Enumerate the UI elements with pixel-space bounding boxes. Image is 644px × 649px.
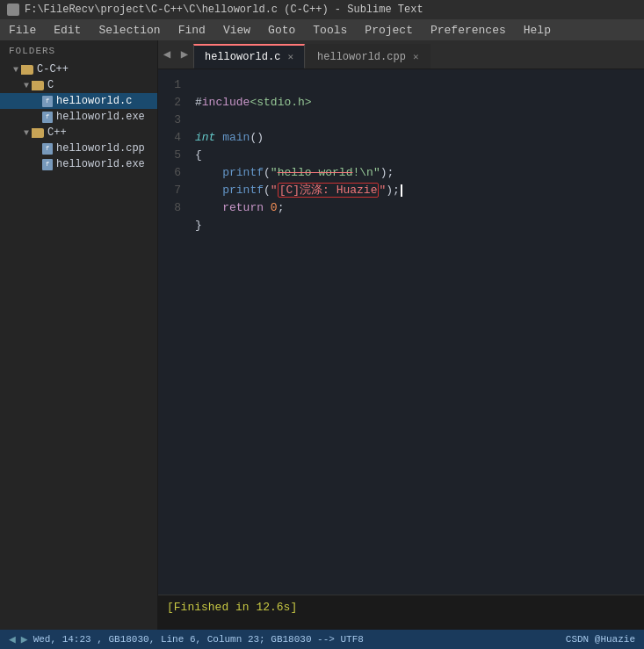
line-num-8: 8 bbox=[158, 199, 181, 217]
titlebar-text: F:\FileRecv\project\C-C++\C\helloworld.c… bbox=[25, 4, 423, 16]
tree-item-3[interactable]: fhelloworld.exe bbox=[0, 109, 157, 125]
tree-label-2: helloworld.c bbox=[56, 95, 132, 107]
tree-item-4[interactable]: ▼C++ bbox=[0, 125, 157, 141]
tree-label-0: C-C++ bbox=[37, 63, 69, 76]
menu-item-project[interactable]: Project bbox=[356, 19, 422, 40]
tree-arrow-0: ▼ bbox=[11, 65, 21, 75]
status-user: CSDN @Huazie bbox=[566, 634, 635, 645]
code-content[interactable]: #include<stdio.h> int main() { printf("h… bbox=[186, 69, 644, 595]
tab-label: helloworld.c bbox=[205, 51, 280, 63]
tab-nav-right[interactable]: ▶ bbox=[176, 40, 193, 69]
statusbar: ◀ ▶ Wed, 14:23 , GB18030, Line 6, Column… bbox=[0, 630, 644, 649]
tree-label-4: C++ bbox=[47, 126, 67, 139]
sidebar-tree: ▼C-C++▼C fhelloworld.c fhelloworld.exe▼C… bbox=[0, 61, 157, 172]
menu-item-tools[interactable]: Tools bbox=[304, 19, 356, 40]
tabbar: ◀ ▶ helloworld.c ✕ helloworld.cpp ✕ bbox=[158, 40, 644, 69]
menu-item-view[interactable]: View bbox=[214, 19, 259, 40]
line-2 bbox=[195, 113, 202, 126]
line-6: printf("[C]浣涤: Huazie"); bbox=[195, 184, 402, 197]
tree-item-1[interactable]: ▼C bbox=[0, 77, 157, 93]
line-num-2: 2 bbox=[158, 94, 181, 112]
editor-area: ◀ ▶ helloworld.c ✕ helloworld.cpp ✕ 1 2 … bbox=[158, 40, 644, 630]
tab-close-1[interactable]: ✕ bbox=[413, 51, 419, 62]
tab-label: helloworld.cpp bbox=[317, 51, 406, 63]
app-icon bbox=[7, 4, 19, 16]
line-num-5: 5 bbox=[158, 147, 181, 164]
menu-item-find[interactable]: Find bbox=[170, 19, 214, 40]
line-num-6: 6 bbox=[158, 164, 181, 182]
line-1: #include<stdio.h> bbox=[195, 96, 312, 109]
tree-label-6: helloworld.exe bbox=[56, 158, 145, 170]
tree-item-5[interactable]: fhelloworld.cpp bbox=[0, 141, 157, 156]
menu-item-file[interactable]: File bbox=[0, 19, 45, 40]
line-8: } bbox=[195, 219, 202, 232]
tree-arrow-4: ▼ bbox=[21, 128, 32, 138]
line-num-1: 1 bbox=[158, 76, 181, 94]
tree-label-1: C bbox=[47, 79, 54, 91]
tab-helloworld-c[interactable]: helloworld.c ✕ bbox=[193, 44, 305, 69]
status-info: Wed, 14:23 , GB18030, Line 6, Column 23;… bbox=[33, 634, 364, 645]
tab-nav-left[interactable]: ◀ bbox=[158, 40, 176, 69]
tree-label-3: helloworld.exe bbox=[56, 111, 145, 123]
menu-item-preferences[interactable]: Preferences bbox=[422, 19, 515, 40]
tree-arrow-1: ▼ bbox=[21, 81, 32, 90]
line-numbers: 1 2 3 4 5 6 7 8 bbox=[158, 69, 186, 595]
line-4: { bbox=[195, 148, 202, 162]
menu-item-help[interactable]: Help bbox=[515, 19, 560, 40]
tree-label-5: helloworld.cpp bbox=[56, 142, 145, 155]
menu-item-edit[interactable]: Edit bbox=[45, 19, 90, 40]
tab-helloworld-cpp[interactable]: helloworld.cpp ✕ bbox=[306, 44, 430, 69]
status-arrow-right[interactable]: ▶ bbox=[21, 632, 28, 646]
status-arrow-left[interactable]: ◀ bbox=[9, 632, 16, 646]
code-editor[interactable]: 1 2 3 4 5 6 7 8 #include<stdio.h> int ma… bbox=[158, 69, 644, 595]
line-5: printf("hello world!\n"); bbox=[195, 166, 394, 179]
line-num-3: 3 bbox=[158, 112, 181, 129]
menubar: FileEditSelectionFindViewGotoToolsProjec… bbox=[0, 19, 644, 40]
menu-item-goto[interactable]: Goto bbox=[259, 19, 304, 40]
statusbar-right: CSDN @Huazie bbox=[566, 634, 635, 645]
tree-item-6[interactable]: fhelloworld.exe bbox=[0, 156, 157, 172]
line-num-4: 4 bbox=[158, 129, 181, 147]
tab-close-0[interactable]: ✕ bbox=[287, 51, 293, 62]
main-layout: FOLDERS ▼C-C++▼C fhelloworld.c fhellowor… bbox=[0, 40, 644, 630]
line-7: return 0; bbox=[195, 201, 284, 214]
output-panel: [Finished in 12.6s] bbox=[158, 595, 644, 630]
line-3: int main() bbox=[195, 131, 264, 144]
statusbar-left: ◀ ▶ Wed, 14:23 , GB18030, Line 6, Column… bbox=[9, 632, 364, 646]
titlebar: F:\FileRecv\project\C-C++\C\helloworld.c… bbox=[0, 0, 644, 19]
line-num-7: 7 bbox=[158, 182, 181, 199]
sidebar: FOLDERS ▼C-C++▼C fhelloworld.c fhellowor… bbox=[0, 40, 158, 630]
output-text: [Finished in 12.6s] bbox=[167, 601, 297, 614]
tree-item-2[interactable]: fhelloworld.c bbox=[0, 93, 157, 109]
tree-item-0[interactable]: ▼C-C++ bbox=[0, 61, 157, 77]
sidebar-header: FOLDERS bbox=[0, 40, 157, 61]
menu-item-selection[interactable]: Selection bbox=[90, 19, 169, 40]
